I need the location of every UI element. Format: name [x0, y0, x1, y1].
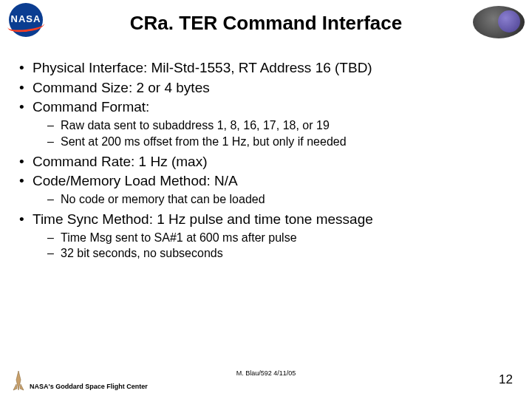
list-item: 32 bit seconds, no subseconds: [33, 246, 516, 262]
footer-credit: M. Blau/592 4/11/05: [0, 369, 532, 377]
bullet-text: Time Sync Method: 1 Hz pulse and time to…: [33, 211, 373, 227]
list-item: Time Sync Method: 1 Hz pulse and time to…: [16, 211, 516, 262]
footer-org-label: NASA's Goddard Space Flight Center: [30, 383, 148, 390]
list-item: Command Rate: 1 Hz (max): [16, 153, 516, 171]
slide: NASA CRa. TER Command Interface Physical…: [0, 0, 532, 399]
slide-header: NASA CRa. TER Command Interface: [0, 0, 532, 46]
list-item: Time Msg sent to SA#1 at 600 ms after pu…: [33, 231, 516, 246]
sub-bullet-text: Sent at 200 ms offset from the 1 Hz, but…: [61, 135, 347, 148]
list-item: Physical Interface: Mil-Std-1553, RT Add…: [16, 59, 516, 78]
sub-bullet-text: Time Msg sent to SA#1 at 600 ms after pu…: [61, 231, 297, 244]
nasa-logo-icon: NASA: [6, 3, 46, 37]
nasa-logo-text: NASA: [6, 13, 46, 24]
sub-list: Raw data sent to subaddress 1, 8, 16, 17…: [33, 118, 516, 150]
list-item: Command Size: 2 or 4 bytes: [16, 79, 516, 98]
slide-content: Physical Interface: Mil-Std-1553, RT Add…: [16, 59, 516, 265]
bullet-text: Physical Interface: Mil-Std-1553, RT Add…: [33, 60, 372, 75]
sub-list: Time Msg sent to SA#1 at 600 ms after pu…: [33, 231, 516, 262]
sub-bullet-text: No code or memory that can be loaded: [61, 193, 265, 205]
bullet-text: Command Rate: 1 Hz (max): [33, 154, 208, 169]
sub-list: No code or memory that can be loaded: [33, 192, 516, 208]
slide-footer: NASA's Goddard Space Flight Center M. Bl…: [0, 364, 532, 399]
page-number: 12: [499, 372, 513, 387]
sub-bullet-text: 32 bit seconds, no subseconds: [61, 247, 223, 259]
sub-bullet-text: Raw data sent to subaddress 1, 8, 16, 17…: [61, 119, 330, 132]
mission-logo-icon: [473, 6, 525, 38]
bullet-text: Command Format:: [33, 99, 149, 115]
list-item: Code/Memory Load Method: N/A No code or …: [16, 172, 516, 207]
page-title: CRa. TER Command Interface: [66, 12, 466, 35]
list-item: No code or memory that can be loaded: [33, 192, 516, 208]
list-item: Raw data sent to subaddress 1, 8, 16, 17…: [33, 118, 516, 134]
list-item: Command Format: Raw data sent to subaddr…: [16, 98, 516, 149]
bullet-text: Code/Memory Load Method: N/A: [33, 173, 238, 188]
bullet-text: Command Size: 2 or 4 bytes: [33, 80, 210, 95]
bullet-list: Physical Interface: Mil-Std-1553, RT Add…: [16, 59, 516, 262]
list-item: Sent at 200 ms offset from the 1 Hz, but…: [33, 134, 516, 150]
